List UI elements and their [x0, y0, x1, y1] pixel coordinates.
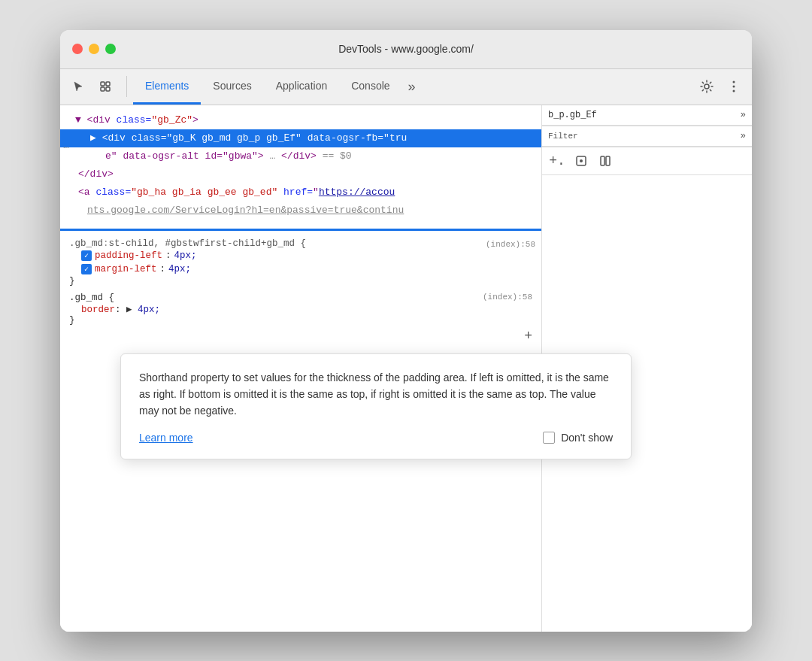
learn-more-link[interactable]: Learn more — [139, 432, 193, 444]
css-val-3: 4px; — [138, 305, 160, 315]
svg-rect-11 — [606, 156, 610, 165]
cursor-icon[interactable] — [66, 74, 90, 99]
tooltip-description: Shorthand property to set values for the… — [139, 369, 613, 420]
right-panel-tools: +. — [542, 147, 752, 175]
dots-menu[interactable]: … — [63, 138, 69, 153]
code-line-4[interactable]: </div> — [60, 165, 541, 183]
right-panel-toolbar: Filter » — [542, 126, 752, 147]
svg-point-9 — [580, 159, 583, 162]
dont-show-label: Don't show — [561, 432, 613, 444]
breadcrumb-text: b_p.gb_Ef — [548, 110, 738, 120]
code-line-6: nts.google.com/ServiceLogin?hl=en&passiv… — [60, 202, 541, 220]
svg-point-7 — [733, 90, 735, 92]
code-line-2[interactable]: ▶ <div class="gb_K gb_md gb_p gb_Ef" dat… — [60, 129, 541, 147]
svg-rect-3 — [106, 87, 110, 91]
window-title: DevTools - www.google.com/ — [338, 43, 474, 55]
tab-console[interactable]: Console — [339, 69, 401, 105]
titlebar: DevTools - www.google.com/ — [60, 30, 752, 69]
checkbox-margin-left[interactable]: ✓ — [81, 264, 92, 274]
traffic-lights — [72, 44, 116, 54]
more-breadcrumb[interactable]: » — [741, 110, 746, 120]
svg-point-4 — [704, 84, 709, 89]
tab-sources[interactable]: Sources — [201, 69, 263, 105]
color-picker-icon[interactable] — [572, 152, 590, 170]
svg-rect-0 — [101, 82, 105, 86]
tooltip-footer: Learn more Don't show — [139, 432, 613, 444]
close-button[interactable] — [72, 44, 83, 54]
code-line-3[interactable]: e" data-ogsr-alt id="gbwa"> … </div> == … — [60, 147, 541, 165]
svg-rect-2 — [101, 87, 105, 91]
index-ref-2: (index):58 — [483, 293, 532, 302]
svg-point-6 — [733, 86, 735, 88]
html-code-area: … ▼ <div class="gb_Zc"> ▶ <div class="gb… — [60, 105, 541, 231]
code-line-5[interactable]: <a class="gb_ha gb_ia gb_ee gb_ed" href=… — [60, 183, 541, 202]
toolbar-icons — [66, 74, 117, 99]
css-prop-3: border — [81, 305, 115, 315]
tabs: Elements Sources Application Console » — [133, 69, 692, 105]
dont-show-area: Don't show — [543, 432, 613, 444]
gb-md-section: (index):58 .gb_md { border: ▶ 4px; } — [69, 293, 532, 326]
css-val-1: 4px; — [174, 250, 197, 261]
dont-show-checkbox[interactable] — [543, 432, 555, 444]
more-options-icon[interactable] — [722, 74, 746, 99]
css-close-1: } — [69, 276, 532, 287]
tooltip-popup: Shorthand property to set values for the… — [120, 353, 632, 459]
css-area: (index):58 .gb_md:st-child, #gbstwfirst-… — [60, 232, 541, 350]
toolbar-divider — [126, 76, 127, 97]
more-styles[interactable]: » — [741, 131, 746, 141]
toolbar: Elements Sources Application Console » — [60, 69, 752, 105]
css-prop-2: margin-left — [95, 264, 157, 274]
css-selector-2: .gb_md { — [69, 293, 532, 303]
svg-rect-10 — [601, 156, 604, 165]
tab-elements[interactable]: Elements — [133, 69, 201, 105]
padding-left-row: ✓ padding-left: 4px; — [69, 249, 532, 262]
border-row: border: ▶ 4px; — [69, 303, 532, 315]
tab-application[interactable]: Application — [264, 69, 340, 105]
add-style-icon[interactable]: +. — [548, 152, 566, 170]
layout-icon[interactable] — [596, 152, 614, 170]
more-tabs-button[interactable]: » — [402, 69, 422, 105]
css-prop-1: padding-left — [95, 250, 162, 261]
css-close-2: } — [69, 315, 532, 326]
inspect-icon[interactable] — [93, 74, 117, 99]
code-line-1[interactable]: ▼ <div class="gb_Zc"> — [60, 111, 541, 129]
add-property-button[interactable]: + — [69, 329, 532, 344]
svg-rect-1 — [106, 82, 110, 86]
toolbar-right — [695, 74, 746, 99]
maximize-button[interactable] — [105, 44, 116, 54]
main-content: … ▼ <div class="gb_Zc"> ▶ <div class="gb… — [60, 105, 752, 632]
filter-label: Filter — [548, 132, 735, 141]
right-panel-header: b_p.gb_Ef » — [542, 105, 752, 126]
css-val-2: 4px; — [168, 264, 191, 274]
checkbox-padding-left[interactable]: ✓ — [81, 250, 92, 261]
css-selector-1: .gb_md:st-child, #gbstwfirst-child+gb_md… — [69, 238, 532, 249]
settings-icon[interactable] — [695, 74, 719, 99]
minimize-button[interactable] — [89, 44, 99, 54]
index-ref-1: (index):58 — [486, 240, 535, 249]
margin-left-row: ✓ margin-left: 4px; — [69, 262, 532, 276]
svg-point-5 — [733, 81, 735, 83]
devtools-window: DevTools - www.google.com/ Elements — [60, 30, 752, 632]
